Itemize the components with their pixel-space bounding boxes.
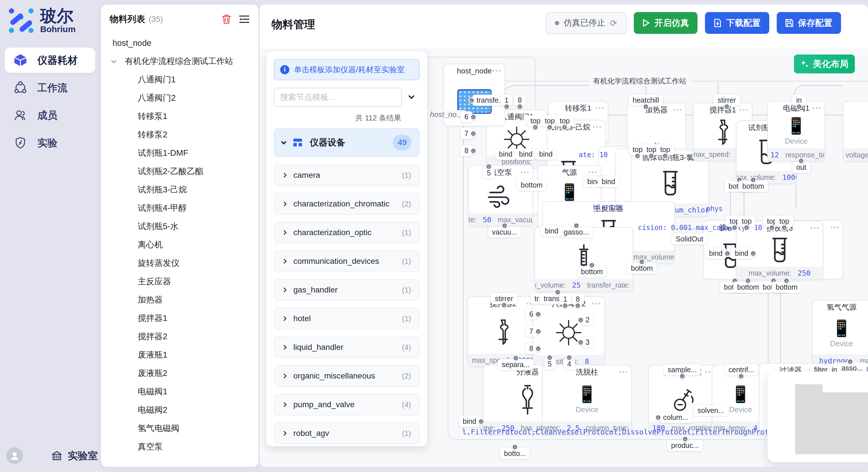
template-item-communication_devices[interactable]: communication_devices(1): [274, 250, 420, 272]
port-chip[interactable]: 1›: [559, 294, 571, 305]
port-chip[interactable]: heatchill›: [629, 95, 663, 106]
collapse-panel-icon[interactable]: [239, 14, 250, 25]
port-connector-icon[interactable]: ›: [643, 103, 649, 110]
template-item-pump_and_valve[interactable]: pump_and_valve(4): [274, 394, 420, 415]
chevron-down-icon[interactable]: [111, 58, 116, 63]
node-menu-icon[interactable]: [813, 107, 820, 109]
tree-item[interactable]: 氢气电磁阀: [101, 419, 258, 438]
node-menu-icon[interactable]: [673, 109, 681, 111]
tree-item[interactable]: 有机化学流程综合测试工作站: [101, 52, 258, 71]
tree-item[interactable]: 真空泵: [101, 438, 258, 456]
port-chip[interactable]: stirrer›: [491, 293, 517, 304]
port-connector-icon[interactable]: ›: [634, 153, 641, 159]
port-chip[interactable]: top›: [738, 216, 756, 227]
node-menu-icon[interactable]: [493, 70, 501, 72]
port-chip[interactable]: bottom›: [627, 263, 657, 274]
canvas-node[interactable]: 真空泵pump_rate:50max_vacuum:0.1: [468, 165, 533, 227]
node-menu-icon[interactable]: [592, 303, 600, 305]
port-chip[interactable]: produc...›: [667, 440, 703, 451]
port-chip[interactable]: bind›: [731, 248, 752, 259]
port-chip[interactable]: centrif...›: [724, 364, 758, 375]
port-chip[interactable]: 1›: [501, 95, 513, 106]
tree-item[interactable]: 试剂瓶1-DMF: [101, 144, 258, 162]
port-connector-icon[interactable]: ›: [682, 436, 688, 442]
port-connector-icon[interactable]: ›: [562, 303, 568, 309]
port-chip[interactable]: gasso...›: [560, 227, 593, 238]
port-connector-icon[interactable]: ›: [513, 355, 519, 361]
port-chip[interactable]: top›: [775, 216, 794, 227]
port-chip[interactable]: vacuu...›: [488, 227, 521, 238]
save-config-button[interactable]: 保存配置: [777, 12, 841, 34]
port-chip[interactable]: bottom›: [577, 266, 607, 277]
port-connector-icon[interactable]: ›: [501, 223, 508, 229]
port-connector-icon[interactable]: ›: [547, 124, 553, 131]
start-sim-button[interactable]: 开启仿真: [634, 12, 698, 34]
port-chip[interactable]: bind: [515, 148, 536, 160]
port-connector-icon[interactable]: ›: [639, 259, 645, 265]
port-chip[interactable]: botto...›: [500, 448, 530, 459]
node-menu-icon[interactable]: [521, 171, 529, 173]
beautify-layout-button[interactable]: 美化布局: [794, 55, 855, 73]
port-connector-icon[interactable]: ›: [743, 225, 750, 231]
node-menu-icon[interactable]: [593, 126, 601, 128]
sidebar-item-experiments[interactable]: 实验: [5, 130, 95, 156]
port-connector-icon[interactable]: ›: [535, 311, 541, 317]
tree-item[interactable]: 废液瓶1: [101, 346, 258, 364]
tree-item[interactable]: 离心机: [101, 236, 258, 254]
template-item-gas_handler[interactable]: gas_handler(1): [274, 279, 420, 301]
port-chip[interactable]: sample...›: [663, 364, 701, 375]
port-chip[interactable]: colum...›: [659, 412, 692, 423]
port-chip[interactable]: bind: [598, 176, 619, 187]
template-item-characterization_optic[interactable]: characterization_optic(1): [274, 222, 420, 243]
port-chip[interactable]: bottom: [517, 179, 547, 191]
port-chip[interactable]: 3›: [582, 337, 594, 348]
tree-item[interactable]: 电磁阀1: [101, 382, 258, 401]
tree-item[interactable]: 八通阀门1: [101, 71, 258, 89]
tree-item[interactable]: 主反应器: [101, 272, 258, 291]
tree-item[interactable]: 试剂瓶5-水: [101, 217, 258, 236]
port-connector-icon[interactable]: ›: [750, 250, 756, 257]
avatar[interactable]: [6, 447, 23, 464]
port-connector-icon[interactable]: ›: [517, 103, 523, 110]
port-connector-icon[interactable]: ›: [478, 418, 484, 425]
tree-item[interactable]: 旋转蒸发仪: [101, 254, 258, 272]
port-connector-icon[interactable]: ›: [578, 339, 584, 345]
port-chip[interactable]: 8›: [460, 145, 472, 156]
port-chip[interactable]: bottom›: [772, 281, 801, 293]
port-chip[interactable]: 5›: [483, 167, 495, 179]
port-connector-icon[interactable]: ›: [535, 345, 541, 352]
template-item-robot_agv[interactable]: robot_agv(1): [274, 423, 420, 444]
port-connector-icon[interactable]: ›: [566, 355, 572, 361]
port-connector-icon[interactable]: ›: [578, 317, 584, 323]
canvas-node[interactable]: 电磁阀1📱Devicevoltage:12response_time:0.1: [767, 101, 825, 162]
port-chip[interactable]: stirrer›: [714, 95, 740, 106]
template-item-camera[interactable]: camera(1): [274, 164, 420, 186]
fold-panel-icon[interactable]: [409, 95, 414, 100]
port-chip[interactable]: bind: [495, 148, 516, 160]
port-connector-icon[interactable]: ›: [547, 355, 553, 361]
port-chip[interactable]: bind›: [705, 248, 726, 259]
port-chip[interactable]: top›: [656, 144, 674, 155]
port-connector-icon[interactable]: ›: [796, 103, 802, 110]
port-connector-icon[interactable]: ›: [532, 124, 538, 131]
port-connector-icon[interactable]: ›: [750, 177, 756, 183]
port-chip[interactable]: top›: [556, 115, 574, 127]
tree-item[interactable]: 试剂瓶4-甲醇: [101, 199, 258, 217]
port-chip[interactable]: bind: [535, 148, 557, 160]
port-connector-icon[interactable]: ›: [781, 225, 787, 231]
port-connector-icon[interactable]: ›: [679, 373, 685, 379]
port-chip[interactable]: 6›: [525, 308, 537, 320]
port-connector-icon[interactable]: ›: [575, 303, 581, 309]
template-item-liquid_handler[interactable]: liquid_handler(4): [274, 336, 420, 358]
port-chip[interactable]: SolidOut: [672, 233, 707, 245]
port-chip[interactable]: separa...›: [498, 359, 534, 370]
refresh-icon[interactable]: ⟳: [610, 18, 617, 28]
port-chip[interactable]: bind›: [459, 416, 480, 427]
port-chip[interactable]: 7›: [460, 128, 472, 139]
port-connector-icon[interactable]: ›: [798, 158, 804, 164]
port-connector-icon[interactable]: ›: [724, 103, 730, 110]
port-chip[interactable]: 5›: [544, 359, 556, 370]
sidebar-item-members[interactable]: 成员: [5, 103, 95, 128]
port-connector-icon[interactable]: ›: [501, 302, 507, 308]
template-item-characterization_chromatic[interactable]: characterization_chromatic(2): [274, 193, 420, 215]
